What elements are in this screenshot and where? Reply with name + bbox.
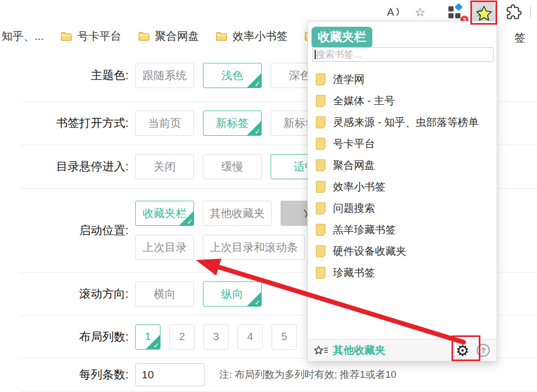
option-label: 1	[145, 331, 151, 343]
option-current-page[interactable]: 当前页	[135, 111, 194, 136]
folder-icon	[315, 159, 326, 171]
bookmark-folder-label: 聚合网盘	[155, 29, 199, 43]
folder-icon	[315, 116, 326, 128]
other-favorites-star-icon	[314, 345, 328, 356]
folder-name: 珍藏书签	[333, 266, 375, 280]
read-aloud-icon[interactable]: A	[384, 4, 403, 20]
help-icon[interactable]: ?	[477, 344, 490, 357]
browser-extensions-puzzle-icon[interactable]	[504, 4, 523, 20]
check-icon: ✓	[187, 217, 193, 226]
folder-icon	[315, 224, 326, 236]
items-per-column-input[interactable]	[135, 363, 205, 386]
folder-icon	[315, 245, 326, 257]
option-columns-4[interactable]: 4	[238, 324, 263, 350]
option-vertical[interactable]: 纵向✓	[203, 281, 262, 307]
folder-icon	[315, 181, 326, 193]
folder-list-item[interactable]: 灵感来源 - 知乎、虫部落等榜单	[308, 112, 497, 133]
setting-label: 主题色:	[20, 68, 128, 83]
setting-row-items-per-column: 每列条数: 注: 布局列数为多列时有效; 推荐1或者10	[20, 358, 537, 391]
bookmark-extension-button[interactable]	[472, 2, 496, 24]
folder-list-item[interactable]: 聚合网盘	[308, 155, 497, 176]
option-favorites-bar[interactable]: 收藏夹栏✓	[135, 201, 194, 226]
setting-label: 每列条数:	[20, 367, 128, 383]
option-label: 新标签	[216, 116, 249, 130]
bookmark-folder-label: 效率小书签	[233, 29, 288, 43]
bookmark-folder[interactable]: 效率小书签	[216, 29, 288, 43]
option-horizontal[interactable]: 横向	[135, 281, 194, 307]
setting-note: 注: 布局列数为多列时有效; 推荐1或者10	[219, 368, 396, 382]
option-columns-1[interactable]: 1✓	[135, 324, 160, 350]
folder-icon	[216, 31, 228, 41]
folder-icon	[60, 31, 72, 41]
diamond-icon	[455, 3, 463, 12]
yellow-star-icon	[475, 5, 493, 21]
svg-text:A: A	[387, 6, 394, 18]
popup-title-badge: 收藏夹栏	[312, 27, 372, 48]
setting-label: 书签打开方式:	[20, 115, 128, 131]
folder-name: 聚合网盘	[333, 158, 375, 172]
folder-list-item[interactable]: 硬件设备收藏夹	[308, 241, 497, 262]
option-last-directory[interactable]: 上次目录	[135, 235, 194, 260]
folder-name: 渣学网	[333, 72, 364, 86]
option-last-directory-scroll[interactable]: 上次目录和滚动条	[203, 235, 305, 260]
folder-list-item[interactable]: 号卡平台	[308, 133, 497, 155]
other-favorites-link[interactable]: 其他收藏夹	[333, 343, 385, 357]
option-slow[interactable]: 缓慢	[203, 154, 262, 179]
bookmark-label-overflow[interactable]: 签	[514, 30, 525, 45]
folder-name: 硬件设备收藏夹	[333, 244, 406, 258]
option-follow-system[interactable]: 跟随系统	[135, 63, 194, 88]
folder-list-item[interactable]: 羔羊珍藏书签	[308, 219, 497, 241]
option-columns-3[interactable]: 3	[203, 324, 229, 350]
extensions-grid-icon[interactable]: 3	[447, 5, 465, 21]
option-columns-2[interactable]: 2	[169, 324, 195, 350]
folder-list-item[interactable]: 全媒体 - 主号	[308, 90, 497, 112]
option-new-tab[interactable]: 新标签✓	[203, 111, 262, 136]
option-off[interactable]: 关闭	[135, 154, 194, 179]
bookmark-folder[interactable]: 号卡平台	[60, 29, 122, 43]
option-light-theme[interactable]: 浅色✓	[203, 63, 262, 88]
folder-list-item[interactable]: 问题搜索	[308, 198, 497, 219]
check-icon: ✓	[153, 341, 159, 350]
popup-footer: 其他收藏夹 ⚙ ?	[308, 339, 497, 361]
option-label: 纵向	[221, 287, 243, 301]
folder-name: 全媒体 - 主号	[333, 94, 395, 108]
setting-label: 布局列数:	[20, 329, 128, 345]
folder-icon	[315, 73, 326, 85]
bookmark-folder[interactable]: 聚合网盘	[138, 29, 199, 43]
option-columns-5[interactable]: 5	[272, 324, 297, 350]
option-label: 收藏夹栏	[143, 206, 187, 221]
setting-label: 滚动方向:	[20, 286, 128, 302]
folder-icon	[315, 267, 326, 279]
bookmark-folder-list: 渣学网 全媒体 - 主号 灵感来源 - 知乎、虫部落等榜单 号卡平台 聚合网盘 …	[308, 69, 497, 284]
folder-name: 羔羊珍藏书签	[333, 223, 396, 237]
add-favorite-star-icon[interactable]: ☆	[412, 4, 428, 20]
toolbar-separator	[530, 6, 531, 18]
settings-gear-icon[interactable]: ⚙	[456, 342, 469, 360]
text-caret	[315, 50, 316, 59]
folder-name: 效率小书签	[333, 180, 385, 194]
folder-list-item[interactable]: 渣学网	[308, 69, 497, 90]
option-label: 浅色	[221, 68, 243, 83]
bookmark-extension-popup: 收藏夹栏 渣学网 全媒体 - 主号 灵感来源 - 知乎、虫部落等榜单 号卡平台 …	[307, 21, 497, 362]
folder-icon	[315, 138, 326, 150]
folder-icon	[315, 95, 326, 107]
folder-icon	[315, 202, 326, 214]
bookmark-folder-partial[interactable]: 知乎、...	[2, 29, 44, 43]
setting-label: 目录悬停进入:	[20, 159, 128, 175]
folder-list-item[interactable]: 效率小书签	[308, 176, 497, 198]
option-other-favorites[interactable]: 其他收藏夹	[203, 201, 272, 226]
check-icon: ✓	[254, 127, 261, 136]
bookmark-folder-label: 号卡平台	[78, 29, 122, 43]
bookmark-search-input[interactable]	[312, 47, 493, 62]
folder-icon	[138, 31, 150, 41]
folder-name: 灵感来源 - 知乎、虫部落等榜单	[333, 115, 479, 129]
check-icon: ✓	[254, 80, 261, 88]
folder-name: 号卡平台	[333, 137, 375, 151]
folder-list-item[interactable]: 珍藏书签	[308, 262, 497, 284]
check-icon: ✓	[254, 298, 261, 307]
folder-name: 问题搜索	[333, 201, 375, 215]
setting-label: 启动位置:	[20, 223, 128, 238]
browser-toolbar: A ☆ 3	[0, 0, 537, 23]
